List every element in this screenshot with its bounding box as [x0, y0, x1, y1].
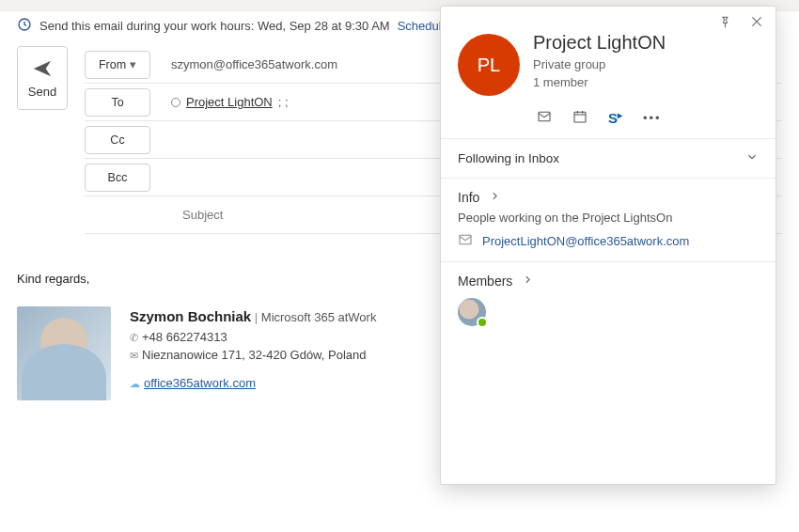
cc-label: Cc [110, 133, 124, 147]
chevron-down-icon: ▾ [130, 57, 136, 71]
info-description: People working on the Project LightsOn [458, 211, 759, 225]
envelope-icon: ✉ [130, 350, 138, 361]
group-title: Project LightON [533, 32, 666, 54]
chevron-right-icon [489, 190, 501, 205]
member-avatar[interactable] [458, 298, 486, 326]
bcc-button[interactable]: Bcc [85, 164, 150, 192]
chevron-down-icon[interactable] [745, 150, 759, 166]
chevron-right-icon [522, 274, 534, 289]
to-button[interactable]: To [85, 88, 150, 117]
pin-icon[interactable] [713, 12, 736, 34]
signature-link[interactable]: office365atwork.com [144, 376, 256, 390]
from-button[interactable]: From ▾ [85, 51, 150, 79]
to-suffix: ; ; [278, 95, 289, 109]
to-field[interactable]: Project LightON; ; [150, 95, 289, 109]
from-value[interactable]: szymon@office365atwork.com [150, 57, 337, 71]
group-type: Private group [533, 57, 666, 71]
to-label: To [111, 96, 123, 109]
send-button[interactable]: Send [17, 46, 68, 110]
svg-rect-2 [574, 112, 586, 122]
phone-icon: ✆ [130, 332, 138, 343]
signature-photo [17, 306, 111, 400]
signature-phone: +48 662274313 [142, 330, 227, 344]
info-header[interactable]: Info [458, 190, 759, 205]
envelope-icon [458, 232, 473, 250]
presence-available-icon [477, 317, 488, 328]
clock-icon [17, 17, 32, 35]
signature-org: Microsoft 365 atWork [261, 310, 377, 324]
members-header[interactable]: Members [458, 274, 759, 289]
group-initials: PL [478, 55, 500, 76]
send-label: Send [28, 85, 56, 99]
contact-card: PL Project LightON Private group 1 membe… [440, 6, 776, 485]
group-member-count: 1 member [533, 75, 666, 89]
mail-icon[interactable] [537, 109, 552, 127]
sharepoint-icon[interactable]: S▸ [608, 110, 622, 126]
members-label: Members [458, 274, 512, 289]
following-label: Following in Inbox [458, 151, 559, 165]
subject-label: Subject [182, 208, 223, 222]
to-recipient[interactable]: Project LightON [186, 95, 273, 109]
recipient-icon [171, 98, 180, 107]
group-email-link[interactable]: ProjectLightON@office365atwork.com [482, 234, 689, 248]
svg-rect-3 [460, 235, 471, 243]
more-icon[interactable]: ••• [643, 111, 662, 125]
close-icon[interactable] [745, 12, 768, 34]
svg-rect-1 [539, 112, 550, 120]
info-label: Info [458, 190, 479, 205]
signature-name: Szymon Bochniak [130, 308, 251, 324]
calendar-icon[interactable] [572, 109, 588, 127]
send-icon [32, 58, 53, 79]
from-label: From [99, 58, 126, 71]
cc-button[interactable]: Cc [85, 126, 150, 154]
cloud-icon: ☁ [130, 378, 140, 389]
schedule-suggestion-text: Send this email during your work hours: … [39, 19, 390, 33]
bcc-label: Bcc [108, 171, 128, 184]
signature-address: Nieznanowice 171, 32-420 Gdów, Poland [142, 348, 367, 362]
group-avatar: PL [458, 34, 520, 96]
